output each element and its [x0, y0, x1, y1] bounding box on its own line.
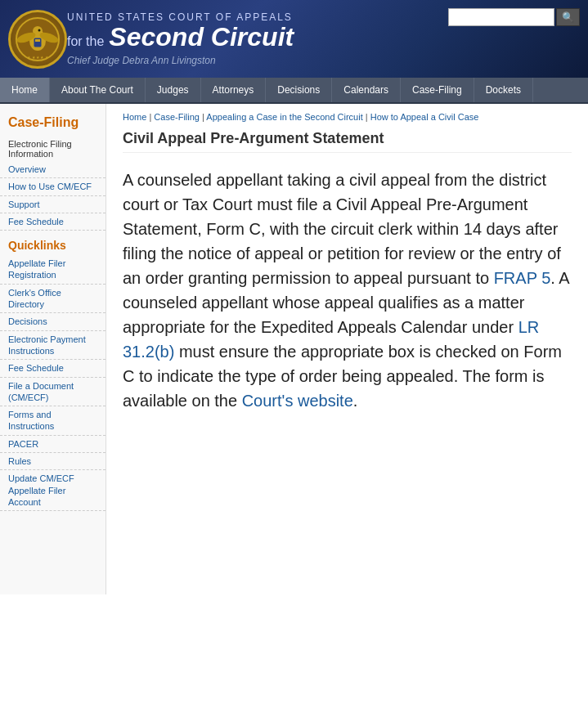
sidebar-section-label: Electronic Filing Information [0, 137, 105, 161]
breadcrumb-case-filing[interactable]: Case-Filing [154, 112, 200, 122]
sidebar-quick-pacer[interactable]: PACER [0, 436, 105, 453]
nav-home[interactable]: Home [0, 78, 50, 102]
sidebar-quick-update-cmecf[interactable]: Update CM/ECF Appellate Filer Account [0, 470, 105, 511]
sidebar-quick-clerks-directory[interactable]: Clerk's Office Directory [0, 285, 105, 314]
sidebar: Case-Filing Electronic Filing Informatio… [0, 104, 106, 594]
nav-case-filing[interactable]: Case-Filing [401, 78, 474, 102]
body-text-4: . [353, 392, 358, 410]
courts-website-link[interactable]: Court's website [242, 392, 353, 410]
sidebar-link-support[interactable]: Support [0, 196, 105, 213]
svg-rect-8 [34, 38, 42, 47]
page-title: Civil Appeal Pre-Argument Statement [123, 130, 572, 153]
nav-about[interactable]: About The Court [50, 78, 146, 102]
sidebar-quick-appellate-filer[interactable]: Appellate Filer Registration [0, 255, 105, 285]
sidebar-link-cm-ecf[interactable]: How to Use CM/ECF [0, 178, 105, 195]
svg-rect-9 [35, 39, 40, 42]
search-button[interactable]: 🔍 [556, 8, 580, 26]
header-search-area: 🔍 [448, 8, 580, 26]
nav-calendars[interactable]: Calendars [332, 78, 401, 102]
for-text: for the [67, 34, 104, 49]
sidebar-quick-forms[interactable]: Forms and Instructions [0, 406, 105, 436]
nav-dockets[interactable]: Dockets [474, 78, 533, 102]
breadcrumb-how-to-appeal[interactable]: How to Appeal a Civil Case [370, 112, 479, 122]
sidebar-title: Case-Filing [0, 112, 105, 137]
nav-attorneys[interactable]: Attorneys [201, 78, 267, 102]
main-body-text: A counseled appellant taking a civil app… [123, 168, 572, 413]
site-header: ★ ★ ★ ★ ★ UNITED STATES COURT OF APPEALS… [0, 0, 588, 78]
main-content: Home | Case-Filing | Appealing a Case in… [106, 104, 588, 594]
nav-judges[interactable]: Judges [146, 78, 201, 102]
search-input[interactable] [448, 8, 554, 26]
sidebar-quick-file-document[interactable]: File a Document (CM/ECF) [0, 378, 105, 407]
sidebar-link-fee-schedule[interactable]: Fee Schedule [0, 213, 105, 231]
sidebar-quick-fee-schedule[interactable]: Fee Schedule [0, 360, 105, 377]
breadcrumb-home[interactable]: Home [123, 112, 146, 122]
sidebar-quick-rules[interactable]: Rules [0, 453, 105, 470]
court-seal: ★ ★ ★ ★ ★ [8, 10, 67, 69]
chief-judge: Chief Judge Debra Ann Livingston [67, 55, 580, 66]
sidebar-quick-decisions[interactable]: Decisions [0, 313, 105, 330]
sidebar-quick-payment[interactable]: Electronic Payment Instructions [0, 331, 105, 361]
sidebar-quicklinks-title: Quicklinks [0, 231, 105, 255]
svg-text:★ ★ ★ ★ ★: ★ ★ ★ ★ ★ [27, 55, 49, 60]
main-navbar: Home About The Court Judges Attorneys De… [0, 78, 588, 104]
breadcrumb-appealing[interactable]: Appealing a Case in the Second Circuit [206, 112, 362, 122]
content-wrapper: Case-Filing Electronic Filing Informatio… [0, 104, 588, 594]
nav-decisions[interactable]: Decisions [266, 78, 332, 102]
svg-point-7 [38, 29, 41, 31]
breadcrumb: Home | Case-Filing | Appealing a Case in… [123, 112, 572, 122]
sidebar-link-overview[interactable]: Overview [0, 161, 105, 178]
circuit-name: Second Circuit [109, 23, 294, 52]
frap5-link[interactable]: FRAP 5 [494, 269, 551, 287]
